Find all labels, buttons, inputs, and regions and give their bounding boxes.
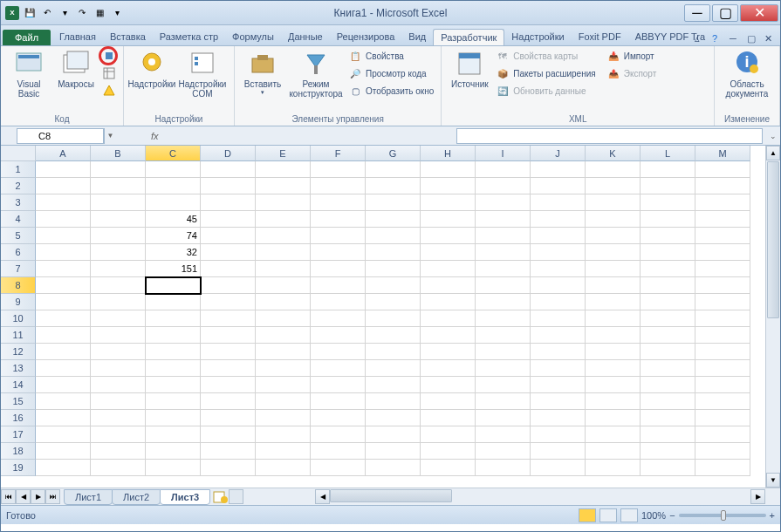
cell[interactable]	[36, 244, 91, 261]
row-header[interactable]: 10	[1, 310, 36, 327]
doc-close-icon[interactable]: ✕	[764, 33, 777, 45]
cell[interactable]	[695, 410, 750, 426]
cell[interactable]	[641, 443, 695, 460]
cell[interactable]	[201, 443, 256, 460]
cell[interactable]	[91, 344, 146, 360]
select-all-corner[interactable]	[1, 146, 36, 161]
row-header[interactable]: 3	[1, 194, 36, 211]
cell[interactable]	[586, 228, 641, 244]
show-window-button[interactable]: ▢Отобразить окно	[346, 83, 435, 99]
cell[interactable]	[366, 344, 421, 360]
cell[interactable]	[256, 244, 311, 261]
cell[interactable]	[36, 277, 91, 294]
cell[interactable]	[531, 460, 586, 476]
relative-refs-button[interactable]	[100, 65, 118, 81]
row-header[interactable]: 1	[1, 161, 36, 178]
cell[interactable]	[36, 211, 91, 228]
scroll-right-icon[interactable]: ▶	[750, 489, 765, 504]
cell[interactable]	[695, 211, 750, 228]
column-header[interactable]: A	[36, 146, 91, 161]
column-header[interactable]: F	[311, 146, 366, 161]
cell[interactable]	[641, 327, 695, 344]
cell[interactable]	[311, 244, 366, 261]
cell[interactable]	[311, 211, 366, 228]
sheet-nav-last-icon[interactable]: ⏭	[45, 489, 60, 504]
cell[interactable]	[201, 344, 256, 360]
macro-security-button[interactable]	[100, 83, 118, 99]
cell[interactable]	[256, 194, 311, 211]
row-header[interactable]: 18	[1, 443, 36, 460]
cell[interactable]	[146, 360, 201, 377]
fx-icon[interactable]: fx	[151, 131, 159, 141]
normal-view-button[interactable]	[579, 508, 596, 522]
cell[interactable]	[586, 277, 641, 294]
cell[interactable]	[311, 460, 366, 476]
vertical-scrollbar[interactable]: ▲ ▼	[765, 146, 780, 488]
visual-basic-button[interactable]: Visual Basic	[6, 48, 51, 99]
cell[interactable]	[201, 194, 256, 211]
cell[interactable]	[586, 426, 641, 443]
cell[interactable]	[201, 310, 256, 327]
qat-more-icon[interactable]: ▾	[109, 5, 125, 21]
cell[interactable]	[476, 393, 531, 410]
cell[interactable]	[91, 211, 146, 228]
cell[interactable]	[531, 393, 586, 410]
cell[interactable]	[256, 443, 311, 460]
row-header[interactable]: 16	[1, 410, 36, 426]
doc-minimize-icon[interactable]: ─	[730, 33, 742, 45]
cell[interactable]	[695, 277, 750, 294]
cell[interactable]	[201, 277, 256, 294]
cell[interactable]	[695, 194, 750, 211]
map-props-button[interactable]: 🗺Свойства карты	[494, 48, 597, 64]
sheet-nav-prev-icon[interactable]: ◀	[16, 489, 31, 504]
cell[interactable]	[146, 393, 201, 410]
cell[interactable]	[91, 178, 146, 194]
cell[interactable]	[36, 443, 91, 460]
cell[interactable]	[695, 460, 750, 476]
cell[interactable]	[421, 327, 476, 344]
ribbon-minimize-icon[interactable]: ▵	[695, 33, 707, 45]
cell[interactable]	[421, 460, 476, 476]
cell[interactable]	[36, 161, 91, 178]
cell[interactable]	[421, 277, 476, 294]
cell[interactable]	[476, 178, 531, 194]
cell[interactable]	[256, 460, 311, 476]
cell[interactable]	[311, 377, 366, 393]
cell[interactable]	[421, 344, 476, 360]
cell[interactable]	[641, 277, 695, 294]
cell[interactable]	[366, 327, 421, 344]
cell[interactable]	[311, 228, 366, 244]
cell[interactable]	[421, 161, 476, 178]
cell[interactable]	[421, 377, 476, 393]
record-macro-button[interactable]	[100, 48, 118, 64]
cell[interactable]	[695, 360, 750, 377]
tab-надстройки[interactable]: Надстройки	[504, 29, 571, 45]
cell[interactable]	[641, 211, 695, 228]
cell[interactable]	[201, 178, 256, 194]
cell[interactable]	[421, 410, 476, 426]
cell[interactable]	[586, 294, 641, 310]
cell[interactable]	[586, 327, 641, 344]
view-code-button[interactable]: 🔎Просмотр кода	[346, 65, 435, 81]
cell[interactable]	[476, 310, 531, 327]
cell[interactable]	[476, 443, 531, 460]
cell[interactable]	[695, 244, 750, 261]
cell[interactable]	[256, 410, 311, 426]
sheet-tab[interactable]: Лист2	[112, 489, 161, 505]
qat-dropdown-icon[interactable]: ▾	[57, 5, 72, 21]
sheet-tab[interactable]: Лист3	[160, 489, 210, 505]
tab-данные[interactable]: Данные	[281, 29, 330, 45]
tab-рецензирова[interactable]: Рецензирова	[330, 29, 402, 45]
cell[interactable]	[641, 178, 695, 194]
zoom-level[interactable]: 100%	[641, 510, 666, 521]
cell[interactable]	[695, 294, 750, 310]
cell[interactable]	[256, 261, 311, 277]
cell[interactable]	[366, 261, 421, 277]
tab-главная[interactable]: Главная	[52, 29, 103, 45]
cell[interactable]	[366, 393, 421, 410]
cell[interactable]	[36, 261, 91, 277]
cell[interactable]	[311, 360, 366, 377]
formula-input[interactable]	[456, 128, 764, 144]
cell[interactable]	[695, 310, 750, 327]
cell[interactable]	[421, 228, 476, 244]
